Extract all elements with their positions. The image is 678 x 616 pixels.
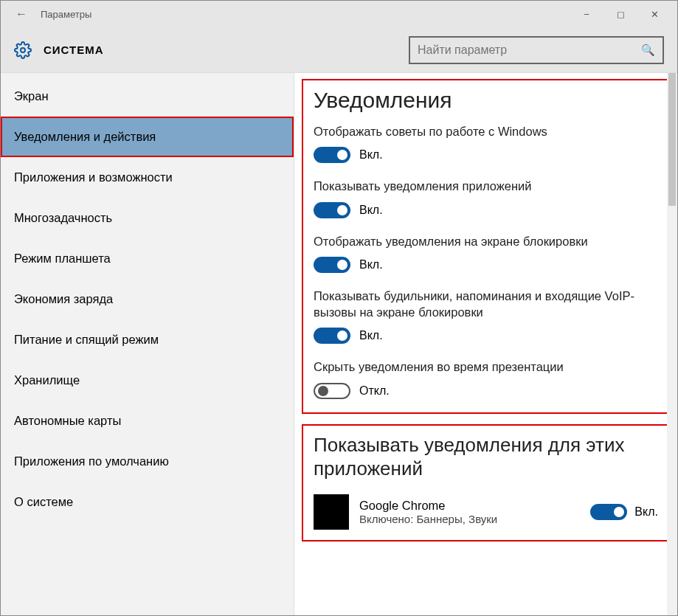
apps-panel-heading: Показывать уведомления для этих приложен…	[314, 433, 658, 481]
toggle-show-tips[interactable]	[314, 147, 350, 163]
sidebar-item-battery-saver[interactable]: Экономия заряда	[1, 279, 294, 319]
setting-alarms-reminders: Показывать будильники, напоминания и вхо…	[314, 288, 658, 345]
gear-icon	[14, 41, 32, 59]
setting-label: Показывать будильники, напоминания и вхо…	[314, 288, 658, 321]
app-subtext: Включено: Баннеры, Звуки	[359, 513, 580, 525]
app-name: Google Chrome	[359, 499, 580, 513]
section-title: СИСТЕМА	[44, 44, 104, 56]
setting-label: Показывать уведомления приложений	[314, 178, 658, 194]
sidebar-item-multitasking[interactable]: Многозадачность	[1, 198, 294, 238]
setting-label: Отображать советы по работе с Windows	[314, 123, 658, 139]
setting-label: Скрыть уведомления во время презентации	[314, 359, 658, 375]
toggle-state: Вкл.	[359, 258, 383, 271]
sidebar-item-offline-maps[interactable]: Автономные карты	[1, 401, 294, 441]
window-title: Параметры	[41, 9, 91, 20]
sidebar-item-default-apps[interactable]: Приложения по умолчанию	[1, 441, 294, 482]
sidebar-item-about[interactable]: О системе	[1, 482, 294, 522]
toggle-alarms-reminders[interactable]	[314, 328, 350, 344]
toggle-lockscreen-notifications[interactable]	[314, 257, 350, 273]
setting-show-tips: Отображать советы по работе с Windows Вк…	[314, 123, 658, 163]
sidebar-item-display[interactable]: Экран	[1, 76, 294, 117]
app-row-chrome[interactable]: Google Chrome Включено: Баннеры, Звуки В…	[314, 494, 658, 530]
back-button[interactable]: ←	[7, 7, 36, 21]
apps-notifications-panel: Показывать уведомления для этих приложен…	[302, 424, 670, 541]
toggle-state: Вкл.	[359, 204, 383, 217]
vertical-scrollbar[interactable]	[667, 73, 677, 616]
main-content: Уведомления Отображать советы по работе …	[294, 73, 677, 616]
sidebar-item-storage[interactable]: Хранилище	[1, 360, 294, 401]
notifications-panel: Уведомления Отображать советы по работе …	[302, 79, 670, 414]
sidebar-item-tablet-mode[interactable]: Режим планшета	[1, 238, 294, 279]
toggle-app-notifications[interactable]	[314, 202, 350, 218]
setting-app-notifications: Показывать уведомления приложений Вкл.	[314, 178, 658, 218]
close-button[interactable]: ✕	[637, 1, 671, 27]
setting-label: Отображать уведомления на экране блокиро…	[314, 233, 658, 249]
svg-point-0	[21, 48, 25, 52]
setting-lockscreen-notifications: Отображать уведомления на экране блокиро…	[314, 233, 658, 273]
toggle-state: Вкл.	[359, 148, 383, 162]
toggle-state: Вкл.	[359, 329, 383, 342]
sidebar-item-apps-features[interactable]: Приложения и возможности	[1, 157, 294, 198]
sidebar: Экран Уведомления и действия Приложения …	[1, 73, 294, 616]
search-icon: 🔍	[641, 44, 655, 57]
app-icon	[314, 494, 349, 530]
toggle-state: Вкл.	[634, 505, 658, 519]
titlebar: ← Параметры − ◻ ✕	[1, 1, 677, 27]
search-box[interactable]: 🔍	[409, 36, 664, 64]
toggle-state: Откл.	[359, 384, 390, 398]
sidebar-item-notifications[interactable]: Уведомления и действия	[1, 117, 294, 157]
search-input[interactable]	[418, 44, 641, 57]
header: СИСТЕМА 🔍	[1, 27, 677, 73]
sidebar-item-power-sleep[interactable]: Питание и спящий режим	[1, 319, 294, 360]
toggle-app-chrome[interactable]	[590, 504, 627, 520]
maximize-button[interactable]: ◻	[603, 1, 637, 27]
notifications-heading: Уведомления	[314, 88, 658, 113]
toggle-hide-presenting[interactable]	[314, 383, 350, 399]
minimize-button[interactable]: −	[570, 1, 603, 27]
setting-hide-presenting: Скрыть уведомления во время презентации …	[314, 359, 658, 398]
scrollbar-thumb[interactable]	[668, 73, 676, 206]
